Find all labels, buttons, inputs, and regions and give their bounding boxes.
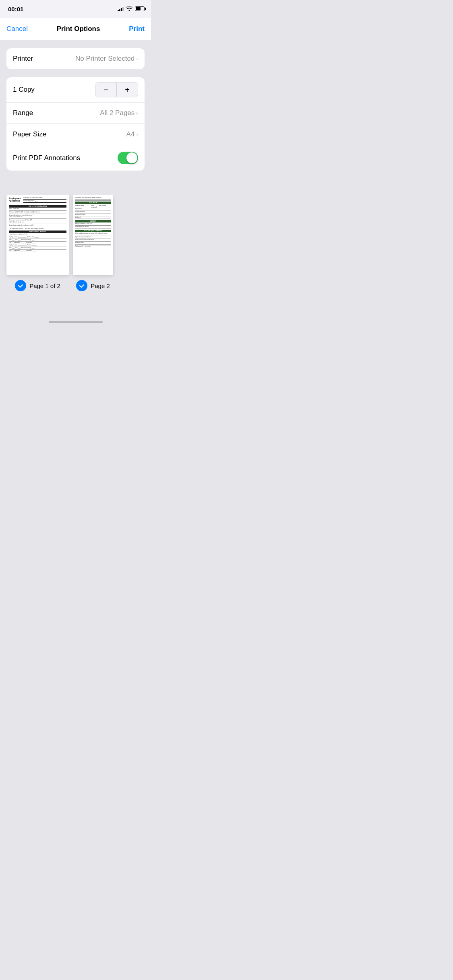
page2-check-icon xyxy=(76,280,87,291)
page1-paper: EmploymentApplication COMPANY OR EMPLOYE… xyxy=(6,195,69,275)
annotations-row: Print PDF Annotations xyxy=(6,145,145,171)
page2-badge: Page 2 xyxy=(76,278,110,294)
range-label: Range xyxy=(13,109,33,117)
status-time: 00:01 xyxy=(8,6,23,12)
printer-card: Printer No Printer Selected › xyxy=(6,48,145,69)
toggle-knob xyxy=(126,152,137,163)
print-button[interactable]: Print xyxy=(129,25,145,33)
paper-size-row[interactable]: Paper Size A4 › xyxy=(6,124,145,145)
page2-paper: Summarize other employment related to th… xyxy=(73,195,113,275)
page2-label: Page 2 xyxy=(91,282,110,289)
wifi-icon xyxy=(126,6,132,12)
copies-stepper: − + xyxy=(95,82,138,97)
battery-icon xyxy=(135,6,145,11)
copies-row: 1 Copy − + xyxy=(6,77,145,103)
page1-check-icon xyxy=(15,280,26,291)
paper-size-value: A4 › xyxy=(126,130,138,138)
page1-badge: Page 1 of 2 xyxy=(15,278,60,294)
minus-icon: − xyxy=(103,85,108,95)
annotations-label: Print PDF Annotations xyxy=(13,154,80,162)
chevron-right-icon: › xyxy=(136,56,138,62)
copies-label: 1 Copy xyxy=(13,86,35,94)
preview-area: EmploymentApplication COMPANY OR EMPLOYE… xyxy=(0,187,151,318)
paper-size-label: Paper Size xyxy=(13,130,46,138)
plus-icon: + xyxy=(125,85,130,95)
chevron-right-icon: › xyxy=(136,131,138,138)
cancel-button[interactable]: Cancel xyxy=(6,25,28,33)
signal-icon xyxy=(118,6,124,11)
page1-content: EmploymentApplication COMPANY OR EMPLOYE… xyxy=(9,197,66,273)
home-indicator xyxy=(0,318,151,325)
printer-label: Printer xyxy=(13,55,33,63)
increment-button[interactable]: + xyxy=(117,82,138,97)
annotations-toggle[interactable] xyxy=(118,152,138,164)
main-content: Printer No Printer Selected › 1 Copy − + xyxy=(0,40,151,187)
printer-row[interactable]: Printer No Printer Selected › xyxy=(6,48,145,69)
page2-container[interactable]: Summarize other employment related to th… xyxy=(73,195,113,294)
pages-row: EmploymentApplication COMPANY OR EMPLOYE… xyxy=(0,195,151,314)
page1-container[interactable]: EmploymentApplication COMPANY OR EMPLOYE… xyxy=(6,195,69,294)
range-row[interactable]: Range All 2 Pages › xyxy=(6,103,145,124)
page2-content: Summarize other employment related to th… xyxy=(75,197,111,273)
page-title: Print Options xyxy=(57,25,100,33)
printer-value: No Printer Selected › xyxy=(75,55,138,63)
decrement-button[interactable]: − xyxy=(95,82,116,97)
status-icons xyxy=(118,6,145,12)
options-card: 1 Copy − + Range All 2 Pages › Paper Siz… xyxy=(6,77,145,171)
home-bar xyxy=(49,321,103,323)
page1-label: Page 1 of 2 xyxy=(29,282,60,289)
nav-bar: Cancel Print Options Print xyxy=(0,18,151,40)
range-value: All 2 Pages › xyxy=(100,109,138,117)
chevron-right-icon: › xyxy=(136,110,138,116)
status-bar: 00:01 xyxy=(0,0,151,18)
